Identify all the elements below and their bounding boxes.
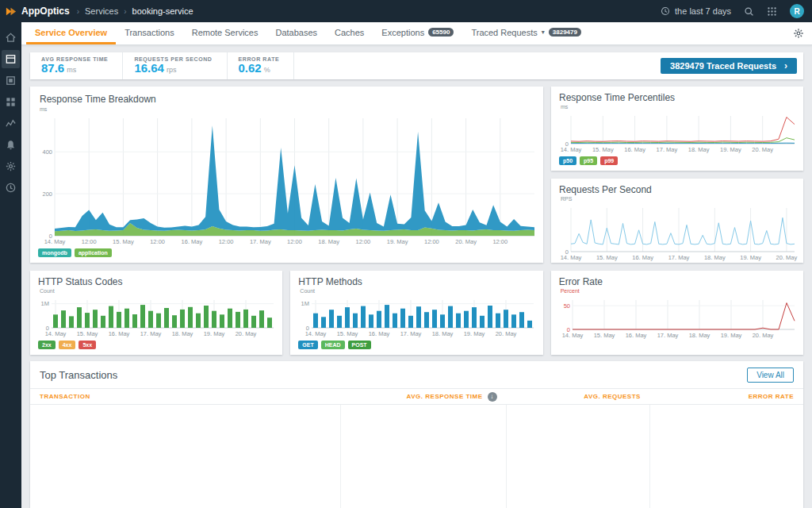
column-header-cell: ERROR RATE (650, 393, 803, 400)
sort-direction-icon[interactable]: ↓ (488, 392, 497, 402)
legend-chip-4xx[interactable]: 4xx (59, 341, 76, 349)
services-icon[interactable] (2, 50, 20, 68)
http-status-codes-chart[interactable]: 14. May15. May16. May17. May18. May19. M… (34, 296, 278, 339)
legend-chip-2xx[interactable]: 2xx (38, 341, 56, 349)
view-all-button[interactable]: View All (747, 368, 794, 383)
caret-down-icon: ▾ (542, 29, 545, 36)
search-icon[interactable] (744, 6, 754, 17)
column-header-transaction[interactable]: TRANSACTION (40, 393, 90, 400)
svg-text:15. May: 15. May (77, 330, 98, 337)
table-body-column (650, 405, 803, 508)
column-header-error-rate[interactable]: ERROR RATE (749, 393, 794, 400)
traced-requests-button[interactable]: 3829479 Traced Requests › (661, 58, 797, 74)
legend-chip-application[interactable]: application (75, 248, 112, 257)
svg-text:12:00: 12:00 (356, 238, 371, 245)
legend-chip-5xx[interactable]: 5xx (79, 341, 96, 349)
svg-text:17. May: 17. May (140, 330, 162, 337)
legend-chip-GET[interactable]: GET (298, 341, 317, 349)
svg-text:0: 0 (306, 325, 309, 332)
panel-title: HTTP Status Codes (30, 271, 282, 288)
response-time-breakdown-chart[interactable]: 14. May12:0015. May12:0016. May12:0017. … (34, 114, 539, 247)
svg-text:0: 0 (49, 233, 52, 240)
y-axis-unit-label: RPS (551, 196, 803, 204)
column-header-avg-response-time[interactable]: AVG. RESPONSE TIME (407, 393, 483, 400)
response-time-percentiles-chart[interactable]: 14. May15. May16. May17. May18. May19. M… (555, 112, 799, 155)
tab-transactions[interactable]: Transactions (116, 22, 183, 44)
time-range-picker[interactable]: the last 7 days (661, 6, 731, 16)
legend-chip-p99[interactable]: p99 (600, 156, 618, 165)
response-time-breakdown-panel: Response Time Breakdown ms 14. May12:001… (30, 87, 543, 263)
svg-text:20. May: 20. May (752, 146, 773, 153)
apps-icon[interactable] (2, 93, 20, 111)
solarwinds-logo-icon[interactable] (0, 6, 21, 17)
svg-text:16. May: 16. May (369, 330, 390, 337)
svg-text:20. May: 20. May (236, 330, 257, 337)
svg-text:15. May: 15. May (592, 146, 614, 153)
svg-text:20. May: 20. May (455, 238, 477, 245)
requests-per-second-chart[interactable]: 14. May15. May16. May17. May18. May19. M… (555, 204, 799, 263)
svg-text:15. May: 15. May (596, 254, 618, 261)
svg-text:12:00: 12:00 (492, 238, 508, 245)
svg-text:12:00: 12:00 (82, 238, 97, 245)
y-axis-unit-label: ms (30, 106, 543, 114)
summary-bar: AVG RESPONSE TIME87.6msREQUESTS PER SECO… (30, 52, 803, 79)
tab-caches[interactable]: Caches (326, 22, 373, 44)
app-grid-icon[interactable] (767, 6, 777, 17)
metric-unit: % (264, 66, 270, 74)
settings-icon[interactable] (2, 157, 20, 175)
panel-title: Response Time Breakdown (30, 87, 543, 106)
tab-label: Service Overview (35, 28, 107, 37)
requests-per-second-panel: Requests Per Second RPS 14. May15. May16… (551, 179, 803, 263)
svg-text:0: 0 (566, 326, 569, 333)
tab-count-badge: 3829479 (549, 28, 581, 37)
svg-text:14. May: 14. May (561, 254, 582, 261)
home-icon[interactable] (2, 29, 20, 47)
alerts-icon[interactable] (2, 136, 20, 154)
svg-text:15. May: 15. May (337, 330, 358, 337)
svg-text:0: 0 (46, 325, 49, 332)
svg-text:18. May: 18. May (704, 254, 726, 261)
avatar[interactable]: R (790, 4, 804, 18)
clock-icon (661, 6, 670, 16)
svg-text:20. May: 20. May (776, 254, 798, 261)
tab-label: Remote Services (192, 28, 259, 37)
svg-text:15. May: 15. May (113, 238, 134, 245)
error-rate-chart[interactable]: 14. May15. May16. May17. May18. May19. M… (555, 296, 799, 341)
svg-text:17. May: 17. May (250, 238, 271, 245)
legend-chip-p50[interactable]: p50 (559, 156, 576, 165)
transactions-table-body (30, 405, 803, 508)
column-header-cell: AVG. RESPONSE TIME↓ (341, 392, 507, 402)
tab-exceptions[interactable]: Exceptions65590 (373, 22, 462, 44)
legend-chip-POST[interactable]: POST (348, 341, 371, 349)
chart-legend: 2xx4xx5xx (30, 339, 282, 355)
breadcrumb-services[interactable]: Services (85, 6, 118, 16)
svg-text:18. May: 18. May (688, 146, 710, 153)
sidebar-nav (0, 22, 21, 508)
metric-value: 0.62 (239, 61, 262, 75)
response-time-percentiles-panel: Response Time Percentiles ms 14. May15. … (551, 87, 803, 171)
y-axis-unit-label: Percent (551, 288, 803, 296)
http-methods-chart[interactable]: 14. May15. May16. May17. May18. May19. M… (294, 296, 538, 339)
tab-label: Transactions (124, 28, 174, 37)
help-icon[interactable] (2, 179, 20, 197)
legend-chip-HEAD[interactable]: HEAD (321, 341, 345, 349)
table-body-column (341, 405, 507, 508)
column-header-avg-requests[interactable]: AVG. REQUESTS (584, 393, 641, 400)
legend-chip-mongodb[interactable]: mongodb (38, 248, 71, 257)
tabs-bar: Service OverviewTransactionsRemote Servi… (21, 22, 812, 45)
tab-databases[interactable]: Databases (266, 22, 326, 44)
chevron-right-icon: › (784, 62, 787, 71)
svg-text:17. May: 17. May (400, 330, 422, 337)
legend-chip-p95[interactable]: p95 (580, 156, 597, 165)
metric-error-rate: ERROR RATE0.62% (228, 52, 295, 79)
dashboard-content: AVG RESPONSE TIME87.6msREQUESTS PER SECO… (21, 52, 812, 508)
tab-remote-services[interactable]: Remote Services (183, 22, 267, 44)
svg-text:15. May: 15. May (593, 332, 615, 339)
dashboard-settings-gear-icon[interactable] (793, 22, 804, 44)
tab-traced-requests[interactable]: Traced Requests▾3829479 (462, 22, 590, 44)
svg-text:14. May: 14. May (561, 332, 583, 339)
svg-text:1M: 1M (41, 300, 49, 307)
tab-service-overview[interactable]: Service Overview (26, 22, 116, 44)
traces-icon[interactable] (2, 114, 20, 133)
hosts-icon[interactable] (2, 71, 20, 90)
